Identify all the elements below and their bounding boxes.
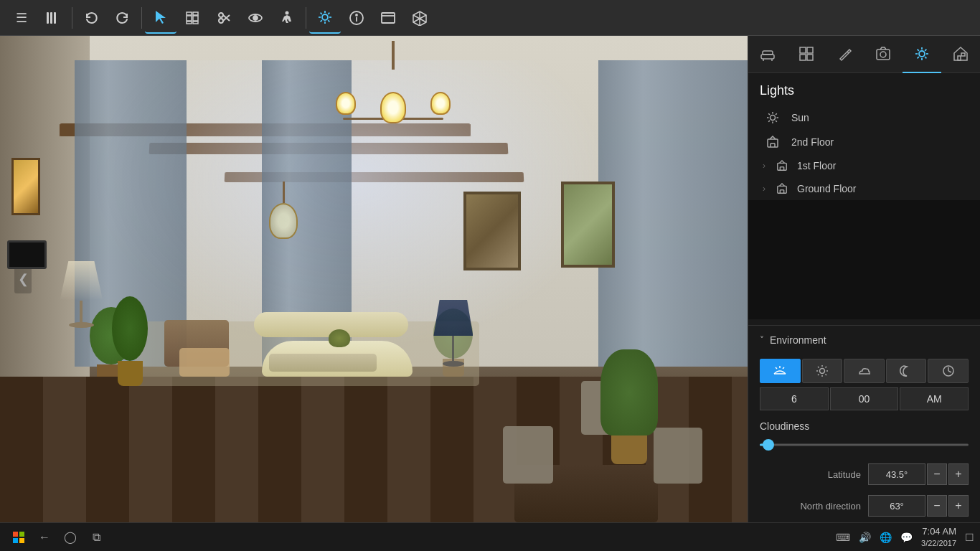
svg-line-52 [925,57,926,58]
latitude-plus-btn[interactable]: + [948,463,969,485]
light-item-ground-label: Ground Floor [797,183,856,194]
slider-track [760,444,969,446]
taskbar: ← ◯ ⧉ ⌨ 🔊 🌐 💬 7:04 AM 3/22/2017 ☐ [0,522,980,551]
north-plus-btn[interactable]: + [948,495,969,517]
sidebar-toolbar [748,36,980,73]
select-icon[interactable] [145,2,176,34]
svg-line-43 [847,52,849,53]
light-item-1st-floor[interactable]: › 1st Floor [748,154,980,177]
slider-thumb[interactable] [763,439,774,451]
svg-rect-4 [187,16,192,21]
svg-rect-8 [187,22,192,24]
svg-line-25 [321,20,322,22]
sep1 [72,7,72,29]
chevron-ground-icon: › [763,184,765,194]
volume-icon[interactable]: 🔊 [859,532,871,543]
north-direction-input[interactable]: 63° [868,495,925,517]
network-icon[interactable]: 🌐 [880,532,892,543]
svg-rect-95 [19,532,24,537]
svg-rect-40 [807,47,813,53]
svg-rect-96 [13,538,18,543]
time-ampm-box[interactable]: AM [900,387,969,410]
environment-header[interactable]: ˅ Environment [748,326,980,354]
latitude-minus-btn[interactable]: − [927,463,947,485]
custom-time-btn[interactable] [928,359,969,383]
sidebar-build-tool[interactable] [787,36,826,73]
latitude-label: Latitude [760,469,861,480]
scene-left-arrow[interactable]: ❮ [14,265,32,293]
action-center-icon[interactable]: ☐ [965,532,974,543]
redo-icon[interactable] [107,2,138,34]
cortana-button[interactable]: ◯ [59,526,82,549]
scissors-icon[interactable] [208,2,240,34]
svg-rect-56 [961,53,965,56]
sidebar-house-tool[interactable] [941,36,980,73]
time-minute-value: 00 [859,393,870,405]
keyboard-icon[interactable]: ⌨ [836,532,850,543]
chandelier [321,41,465,127]
sep2 [141,7,142,29]
3d-icon[interactable] [404,2,435,34]
night-btn[interactable] [886,359,927,383]
object-icon[interactable] [176,2,208,34]
cloudiness-label: Cloudiness [748,413,980,435]
svg-rect-42 [807,55,813,60]
plant-right [600,349,658,464]
svg-rect-97 [19,538,24,543]
time-hour-box[interactable]: 6 [760,387,829,410]
undo-icon[interactable] [75,2,107,34]
info-main-icon[interactable] [341,2,372,34]
light-item-1st-label: 1st Floor [797,160,836,171]
svg-line-63 [776,121,777,122]
svg-rect-44 [877,50,890,60]
latitude-input[interactable]: 43.5° [868,463,925,485]
north-minus-btn[interactable]: − [927,495,947,517]
north-direction-value: 63° [890,501,904,512]
back-button[interactable]: ← [33,526,56,549]
sidebar-furniture-tool[interactable] [748,36,787,73]
taskbar-date-value: 3/22/2017 [921,538,956,548]
light-item-ground-floor[interactable]: › Ground Floor [748,177,980,200]
lights-title: Lights [748,73,980,105]
svg-rect-7 [193,12,198,15]
svg-line-22 [321,12,322,14]
notification-icon[interactable]: 💬 [900,532,913,543]
svg-point-46 [919,51,925,57]
svg-line-53 [925,49,926,50]
wall-art-left [11,158,40,215]
taskview-button[interactable]: ⧉ [85,526,108,549]
light-item-sun[interactable]: Sun [748,105,980,130]
day-btn[interactable] [802,359,843,383]
taskbar-time-value: 7:04 AM [921,526,956,538]
environment-chevron-icon: ˅ [760,335,764,345]
library-icon[interactable] [37,2,69,34]
sidebar-light-tool[interactable] [903,36,941,73]
sun-main-icon[interactable] [309,2,341,34]
walk-icon[interactable] [271,2,303,34]
table-lamp-left [60,261,103,328]
north-direction-label: North direction [760,501,861,512]
time-minute-box[interactable]: 00 [830,387,899,410]
svg-point-16 [286,11,289,14]
time-display-row: 6 00 AM [760,387,969,410]
top-toolbar: ☰ [0,0,980,36]
viewport[interactable]: ❮ [0,36,748,522]
light-item-sun-label: Sun [791,112,809,123]
eye-icon[interactable] [240,2,271,34]
cloudiness-slider[interactable] [760,438,969,452]
sidebar-paint-tool[interactable] [826,36,864,73]
light-item-2nd-floor[interactable]: 2nd Floor [748,130,980,154]
viewport-icon[interactable] [372,2,404,34]
svg-line-51 [918,49,919,50]
time-ampm-value: AM [927,393,942,405]
bulb-center-left [380,92,406,123]
cloudy-btn[interactable] [844,359,885,383]
north-direction-row: North direction 63° − + [748,491,980,521]
svg-line-54 [918,57,919,58]
svg-rect-41 [800,55,806,60]
sidebar-photo-tool[interactable] [864,36,903,73]
start-button[interactable] [6,524,32,550]
sunrise-btn[interactable] [760,359,801,383]
menu-icon[interactable]: ☰ [6,2,37,34]
taskbar-clock[interactable]: 7:04 AM 3/22/2017 [921,526,956,548]
